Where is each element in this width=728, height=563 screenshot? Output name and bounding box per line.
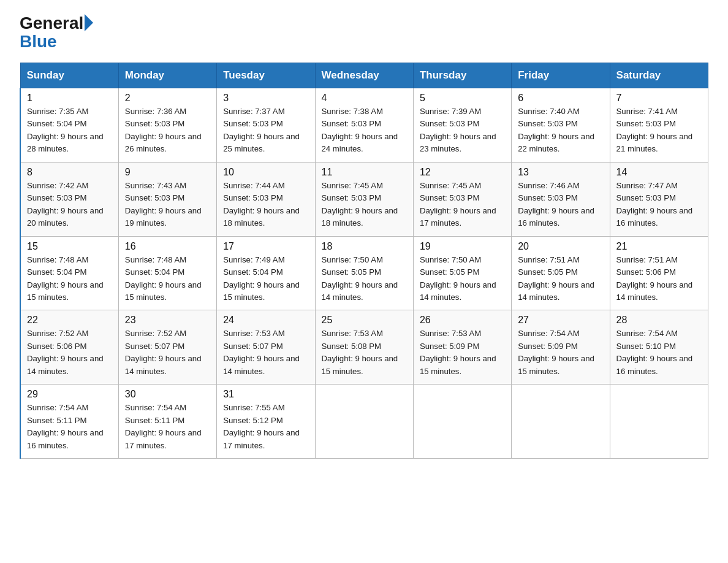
day-number: 11	[322, 167, 407, 178]
day-detail: Sunrise: 7:45 AMSunset: 5:03 PMDaylight:…	[322, 181, 398, 228]
day-number: 21	[616, 241, 702, 252]
day-number: 28	[616, 315, 702, 326]
calendar-day-cell	[315, 385, 413, 459]
day-detail: Sunrise: 7:44 AMSunset: 5:03 PMDaylight:…	[223, 181, 300, 228]
day-number: 20	[518, 241, 603, 252]
calendar-day-cell: 10Sunrise: 7:44 AMSunset: 5:03 PMDayligh…	[217, 162, 315, 236]
calendar-day-cell: 21Sunrise: 7:51 AMSunset: 5:06 PMDayligh…	[610, 236, 708, 310]
calendar-day-cell: 4Sunrise: 7:38 AMSunset: 5:03 PMDaylight…	[315, 88, 413, 163]
calendar-day-cell: 17Sunrise: 7:49 AMSunset: 5:04 PMDayligh…	[217, 236, 315, 310]
day-number: 27	[518, 315, 603, 326]
calendar-day-cell: 9Sunrise: 7:43 AMSunset: 5:03 PMDaylight…	[118, 162, 216, 236]
calendar-day-cell: 31Sunrise: 7:55 AMSunset: 5:12 PMDayligh…	[217, 385, 315, 459]
calendar-week-row: 15Sunrise: 7:48 AMSunset: 5:04 PMDayligh…	[20, 236, 708, 310]
day-number: 25	[322, 315, 407, 326]
calendar-day-cell: 6Sunrise: 7:40 AMSunset: 5:03 PMDaylight…	[512, 88, 610, 163]
day-detail: Sunrise: 7:46 AMSunset: 5:03 PMDaylight:…	[518, 181, 594, 228]
calendar-day-cell: 11Sunrise: 7:45 AMSunset: 5:03 PMDayligh…	[315, 162, 413, 236]
calendar-day-header: Thursday	[413, 63, 511, 88]
day-number: 12	[420, 167, 505, 178]
day-detail: Sunrise: 7:53 AMSunset: 5:07 PMDaylight:…	[223, 329, 300, 375]
calendar-day-cell: 24Sunrise: 7:53 AMSunset: 5:07 PMDayligh…	[217, 310, 315, 385]
day-number: 23	[125, 315, 210, 326]
calendar-day-cell	[512, 385, 610, 459]
calendar-day-cell: 12Sunrise: 7:45 AMSunset: 5:03 PMDayligh…	[413, 162, 511, 236]
calendar-day-cell: 25Sunrise: 7:53 AMSunset: 5:08 PMDayligh…	[315, 310, 413, 385]
day-detail: Sunrise: 7:54 AMSunset: 5:09 PMDaylight:…	[518, 329, 594, 375]
calendar-week-row: 22Sunrise: 7:52 AMSunset: 5:06 PMDayligh…	[20, 310, 708, 385]
calendar-day-cell: 2Sunrise: 7:36 AMSunset: 5:03 PMDaylight…	[118, 88, 216, 163]
day-number: 2	[125, 93, 210, 104]
day-detail: Sunrise: 7:36 AMSunset: 5:03 PMDaylight:…	[125, 107, 202, 153]
day-number: 31	[223, 389, 308, 400]
calendar-day-header: Sunday	[20, 63, 118, 88]
day-number: 15	[27, 241, 112, 252]
calendar-day-cell: 22Sunrise: 7:52 AMSunset: 5:06 PMDayligh…	[20, 310, 118, 385]
day-number: 22	[27, 315, 112, 326]
day-detail: Sunrise: 7:35 AMSunset: 5:04 PMDaylight:…	[27, 107, 104, 153]
day-detail: Sunrise: 7:40 AMSunset: 5:03 PMDaylight:…	[518, 107, 594, 153]
calendar-day-cell: 29Sunrise: 7:54 AMSunset: 5:11 PMDayligh…	[20, 385, 118, 459]
day-number: 8	[27, 167, 112, 178]
day-number: 1	[27, 93, 112, 104]
calendar-day-cell: 7Sunrise: 7:41 AMSunset: 5:03 PMDaylight…	[610, 88, 708, 163]
calendar-day-cell: 18Sunrise: 7:50 AMSunset: 5:05 PMDayligh…	[315, 236, 413, 310]
logo: General Blue	[20, 15, 93, 52]
day-detail: Sunrise: 7:55 AMSunset: 5:12 PMDaylight:…	[223, 403, 300, 450]
day-detail: Sunrise: 7:54 AMSunset: 5:10 PMDaylight:…	[616, 329, 693, 375]
day-detail: Sunrise: 7:42 AMSunset: 5:03 PMDaylight:…	[27, 181, 104, 228]
day-detail: Sunrise: 7:50 AMSunset: 5:05 PMDaylight:…	[322, 255, 398, 302]
day-number: 6	[518, 93, 603, 104]
calendar-day-cell	[610, 385, 708, 459]
logo-blue-text: Blue	[20, 32, 57, 52]
day-detail: Sunrise: 7:49 AMSunset: 5:04 PMDaylight:…	[223, 255, 300, 302]
calendar-week-row: 8Sunrise: 7:42 AMSunset: 5:03 PMDaylight…	[20, 162, 708, 236]
day-number: 16	[125, 241, 210, 252]
day-number: 9	[125, 167, 210, 178]
day-detail: Sunrise: 7:50 AMSunset: 5:05 PMDaylight:…	[420, 255, 496, 302]
calendar-day-cell: 26Sunrise: 7:53 AMSunset: 5:09 PMDayligh…	[413, 310, 511, 385]
day-number: 30	[125, 389, 210, 400]
calendar-day-header: Tuesday	[217, 63, 315, 88]
day-number: 26	[420, 315, 505, 326]
day-detail: Sunrise: 7:53 AMSunset: 5:09 PMDaylight:…	[420, 329, 496, 375]
calendar-day-header: Wednesday	[315, 63, 413, 88]
calendar-header-row: SundayMondayTuesdayWednesdayThursdayFrid…	[20, 63, 708, 88]
calendar-day-cell: 3Sunrise: 7:37 AMSunset: 5:03 PMDaylight…	[217, 88, 315, 163]
day-number: 5	[420, 93, 505, 104]
day-number: 7	[616, 93, 702, 104]
calendar-table: SundayMondayTuesdayWednesdayThursdayFrid…	[20, 63, 708, 459]
calendar-day-header: Saturday	[610, 63, 708, 88]
calendar-day-cell: 13Sunrise: 7:46 AMSunset: 5:03 PMDayligh…	[512, 162, 610, 236]
day-number: 3	[223, 93, 308, 104]
day-detail: Sunrise: 7:48 AMSunset: 5:04 PMDaylight:…	[27, 255, 104, 302]
day-number: 10	[223, 167, 308, 178]
day-number: 4	[322, 93, 407, 104]
calendar-day-cell: 30Sunrise: 7:54 AMSunset: 5:11 PMDayligh…	[118, 385, 216, 459]
day-number: 29	[27, 389, 112, 400]
day-detail: Sunrise: 7:52 AMSunset: 5:06 PMDaylight:…	[27, 329, 104, 375]
day-detail: Sunrise: 7:48 AMSunset: 5:04 PMDaylight:…	[125, 255, 202, 302]
calendar-day-cell: 8Sunrise: 7:42 AMSunset: 5:03 PMDaylight…	[20, 162, 118, 236]
calendar-day-cell: 27Sunrise: 7:54 AMSunset: 5:09 PMDayligh…	[512, 310, 610, 385]
day-number: 24	[223, 315, 308, 326]
day-number: 18	[322, 241, 407, 252]
day-detail: Sunrise: 7:43 AMSunset: 5:03 PMDaylight:…	[125, 181, 202, 228]
calendar-day-cell: 5Sunrise: 7:39 AMSunset: 5:03 PMDaylight…	[413, 88, 511, 163]
day-detail: Sunrise: 7:51 AMSunset: 5:06 PMDaylight:…	[616, 255, 693, 302]
day-detail: Sunrise: 7:54 AMSunset: 5:11 PMDaylight:…	[125, 403, 202, 450]
day-detail: Sunrise: 7:45 AMSunset: 5:03 PMDaylight:…	[420, 181, 496, 228]
day-number: 19	[420, 241, 505, 252]
calendar-day-cell	[413, 385, 511, 459]
calendar-day-cell: 14Sunrise: 7:47 AMSunset: 5:03 PMDayligh…	[610, 162, 708, 236]
calendar-day-cell: 28Sunrise: 7:54 AMSunset: 5:10 PMDayligh…	[610, 310, 708, 385]
calendar-day-cell: 1Sunrise: 7:35 AMSunset: 5:04 PMDaylight…	[20, 88, 118, 163]
day-detail: Sunrise: 7:38 AMSunset: 5:03 PMDaylight:…	[322, 107, 398, 153]
calendar-day-cell: 20Sunrise: 7:51 AMSunset: 5:05 PMDayligh…	[512, 236, 610, 310]
day-number: 14	[616, 167, 702, 178]
day-detail: Sunrise: 7:54 AMSunset: 5:11 PMDaylight:…	[27, 403, 104, 450]
day-detail: Sunrise: 7:39 AMSunset: 5:03 PMDaylight:…	[420, 107, 496, 153]
calendar-week-row: 1Sunrise: 7:35 AMSunset: 5:04 PMDaylight…	[20, 88, 708, 163]
calendar-day-cell: 15Sunrise: 7:48 AMSunset: 5:04 PMDayligh…	[20, 236, 118, 310]
logo-general-text: General	[20, 15, 83, 32]
